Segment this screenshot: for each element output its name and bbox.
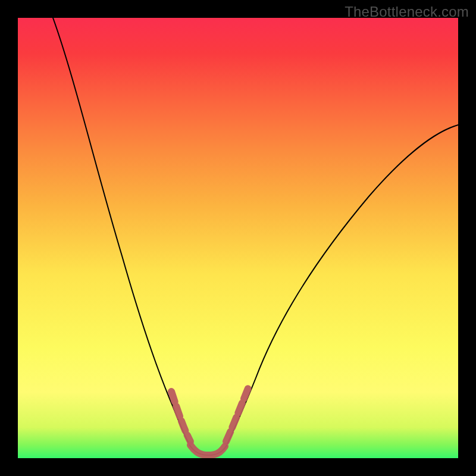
valley-highlight-right [226,387,249,441]
valley-highlight-bottom [190,445,225,455]
watermark-text: TheBottleneck.com [345,4,469,20]
bottleneck-chart [18,18,458,458]
chart-area [18,18,458,458]
valley-highlight-left [171,392,190,441]
bottleneck-curve [53,18,458,455]
